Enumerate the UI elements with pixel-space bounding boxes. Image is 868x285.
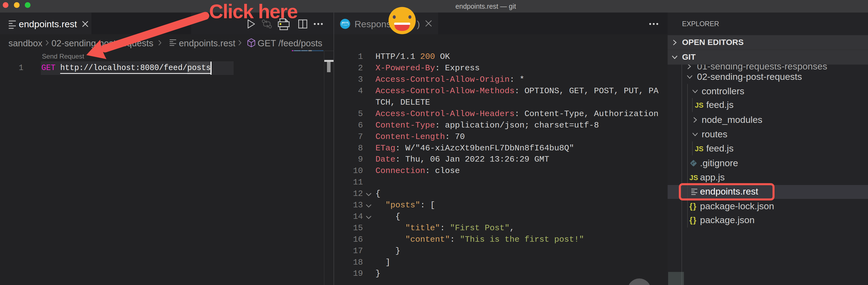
svg-text:}: } [347, 22, 349, 26]
svg-text:{: { [341, 22, 343, 26]
svg-text:Client: Client [343, 24, 347, 26]
